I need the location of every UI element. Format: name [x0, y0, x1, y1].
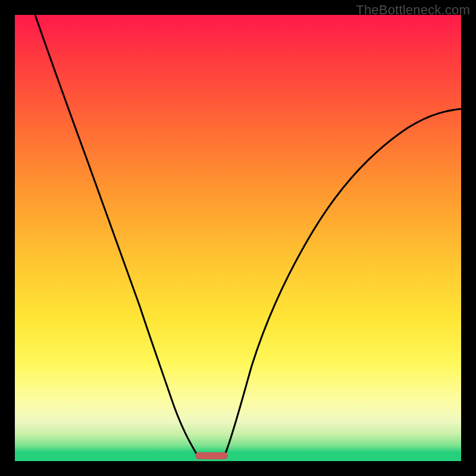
chart-curves — [15, 15, 461, 461]
outer-frame: TheBottleneck.com — [0, 0, 476, 476]
left-curve — [35, 15, 197, 455]
watermark-text: TheBottleneck.com — [356, 2, 470, 18]
right-curve — [225, 109, 461, 455]
optimal-marker — [195, 452, 228, 459]
